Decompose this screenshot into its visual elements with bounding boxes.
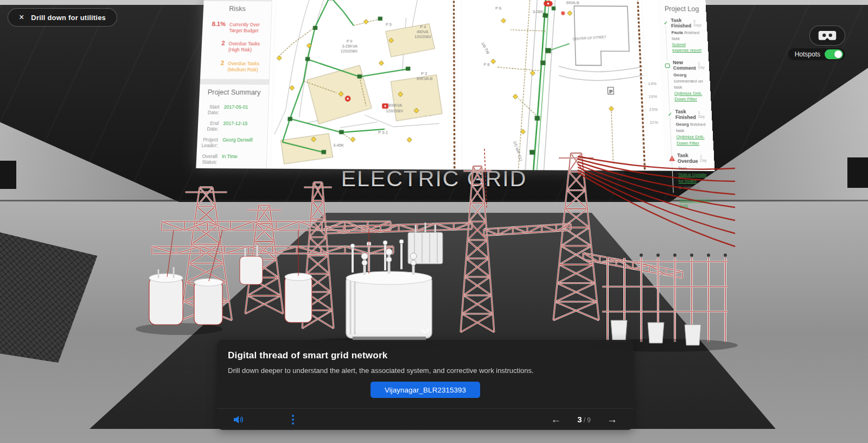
log-entry-time: 3 Days — [693, 20, 703, 27]
page-total: 9 — [587, 416, 591, 424]
risk-label: Currently Over Target Budget — [229, 22, 266, 34]
risk-row: 8.1% Currently Over Target Budget — [202, 17, 271, 37]
map-label: P 4 — [420, 24, 426, 29]
map-label: P 8 — [483, 62, 489, 67]
panel-toolbar: ← 3/ 9 → — [217, 408, 634, 430]
summary-value: 2017-12-15 — [223, 121, 264, 132]
map-label: P 5 — [386, 22, 392, 27]
log-entry-time: 1 Day — [698, 111, 707, 119]
risk-row: 2 Overdue Tasks (High Risk) — [201, 36, 271, 56]
map-label: 500A-B — [566, 1, 579, 5]
pole-markers — [490, 10, 615, 135]
percent-label: 15% — [649, 107, 660, 112]
map-label: P 6 — [495, 5, 501, 10]
hotspots-control: Hotspots — [788, 48, 845, 60]
map-label: 300KVA — [388, 103, 403, 108]
map-label: 450VA — [417, 29, 429, 34]
map-label: 50KVA-B — [417, 76, 433, 81]
pager-controls: ← 3/ 9 → — [551, 414, 617, 425]
drilldown-label: Drill down for utilities — [31, 14, 106, 22]
info-panel: Digital thread of smart grid network Dri… — [217, 340, 634, 430]
breaker-unit — [240, 245, 263, 284]
risk-row: 2 Overdue Tasks (Medium Risk) — [200, 56, 270, 76]
map-label: 120/208V — [341, 49, 358, 54]
hotspots-toggle[interactable] — [825, 49, 843, 59]
summary-label: Start Date: — [203, 104, 220, 115]
close-icon[interactable]: × — [19, 13, 24, 22]
asset-link-button[interactable]: Vijaynagar_BLR2315393 — [371, 382, 480, 398]
toggle-knob — [834, 50, 842, 58]
next-arrow-icon[interactable]: → — [607, 414, 617, 425]
parking-sign: P — [608, 87, 614, 94]
log-actor: Paula — [671, 30, 683, 35]
page-indicator: 3/ 9 — [577, 415, 591, 424]
transformer-tank — [194, 279, 222, 325]
map-label: 120/208V — [414, 34, 431, 39]
panel-divider — [200, 79, 269, 85]
map-label: 120/208V — [386, 108, 404, 113]
summary-value: 2017-05-01 — [224, 104, 264, 116]
map-label: CENTER OF STREET — [572, 35, 607, 41]
map-label: 3-25KVA — [342, 43, 358, 48]
panel-divider — [204, 0, 272, 2]
percent-label: 14% — [648, 81, 659, 86]
map-label: P 9 — [347, 39, 353, 43]
risk-value: 2 — [203, 59, 224, 66]
map-labels: P 6 3-2BK P 8 1/0 TW 1/0 WP CU CENTER OF… — [480, 0, 611, 162]
check-icon: ✓ — [667, 112, 673, 117]
previous-arrow-icon[interactable]: ← — [551, 414, 561, 425]
log-task-link[interactable]: Submit expense report — [672, 42, 704, 54]
page-current: 3 — [577, 415, 582, 424]
info-panel-title: Digital thread of smart grid network — [217, 340, 634, 361]
map-label: 1/0 TW — [480, 41, 490, 55]
map-label: P — [609, 88, 613, 94]
log-entry: ✓ Task Finished 3 Days Paula finished ta… — [662, 17, 704, 54]
audio-on-icon[interactable] — [233, 415, 244, 424]
log-entry-title: New Comment — [673, 60, 696, 71]
log-entry: New Comment 1 Day Georg commented on tas… — [665, 60, 706, 103]
hotspots-label: Hotspots — [795, 50, 820, 58]
transformer-tank — [285, 273, 312, 322]
scene: ELECTRIC GRID Risks 8.1% Currently Over … — [0, 0, 868, 443]
drilldown-close-button[interactable]: × Drill down for utilities — [8, 8, 117, 27]
log-task-link[interactable]: Optimize Drill-Down Filter — [674, 91, 707, 103]
project-summary-title: Project Summary — [199, 88, 269, 97]
info-panel-description: Drill down deeper to understand the aler… — [217, 361, 634, 375]
substation-3d-model[interactable] — [98, 141, 781, 358]
risk-label: Overdue Tasks (Medium Risk) — [227, 61, 265, 73]
vr-goggles-icon — [818, 30, 837, 42]
collapse-panel-chevron-icon[interactable] — [422, 326, 429, 333]
vr-mode-button[interactable] — [809, 26, 845, 46]
log-actor: Georg — [673, 73, 686, 78]
percent-label: 11% — [649, 120, 661, 125]
map-label: P 3 — [421, 71, 427, 76]
log-action: commented on task — [674, 79, 703, 90]
page-separator: / — [584, 416, 585, 424]
summary-row: End Date: 2017-12-15 — [197, 118, 268, 135]
more-options-icon[interactable] — [292, 415, 294, 425]
map-label: P 3-1 — [378, 130, 388, 135]
check-icon: ✓ — [662, 20, 669, 26]
percent-label: 16% — [648, 94, 660, 99]
comment-icon — [665, 60, 671, 70]
risk-value: 8.1% — [205, 21, 226, 27]
log-entry-time: 1 Day — [698, 61, 705, 69]
risks-title: Risks — [203, 5, 272, 13]
log-actor: Georg — [675, 122, 689, 127]
transformer-tank — [149, 267, 183, 325]
risk-label: Overdue Tasks (High Risk) — [228, 41, 266, 53]
risk-value: 2 — [204, 40, 225, 47]
log-entry-title: Task Finished — [671, 17, 691, 28]
project-log-title: Project Log — [662, 5, 701, 12]
map-label: 3-2BK — [532, 9, 544, 14]
summary-label: End Date: — [202, 121, 219, 132]
summary-row: Start Date: 2017-05-01 — [199, 102, 269, 118]
log-entry-title: Task Finished — [675, 109, 696, 121]
